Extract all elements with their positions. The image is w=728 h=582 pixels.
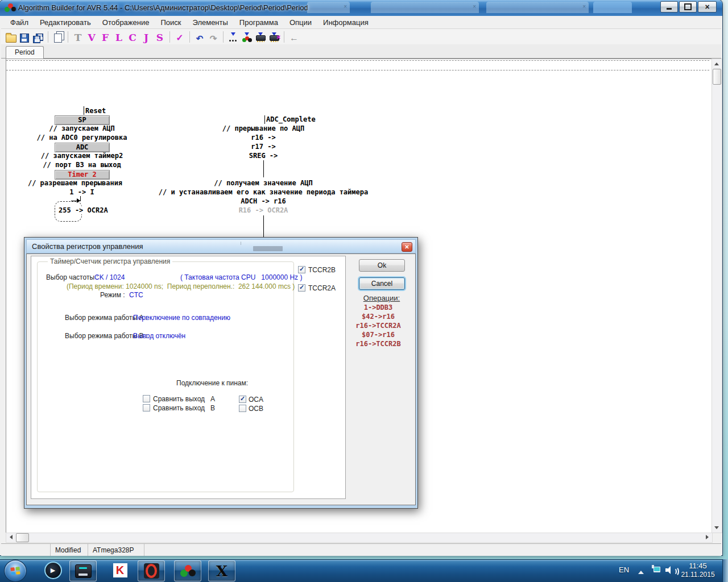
vertical-scrollbar[interactable] (712, 59, 722, 533)
comment[interactable]: // запускаем АЦП (49, 124, 115, 132)
mode-value[interactable]: CTC (129, 291, 143, 299)
clock-date[interactable]: 21.11.2015 (676, 571, 720, 579)
scroll-left-button[interactable] (6, 533, 15, 541)
taskbar-opera[interactable] (138, 560, 165, 581)
scroll-right-button[interactable] (704, 533, 712, 541)
operator-selected[interactable]: R16 -> OCR2A (239, 206, 288, 214)
toolbar-separator (68, 31, 68, 43)
compare-output-a-checkbox[interactable] (143, 395, 150, 402)
network-icon[interactable] (652, 566, 660, 573)
operator[interactable]: 255 -> OCR2A (57, 206, 109, 214)
toolbar-separator (169, 31, 170, 43)
undo-button[interactable]: ↶ (193, 29, 206, 44)
open-folder-icon (6, 35, 16, 43)
text-element-button[interactable]: T (72, 29, 84, 44)
horizontal-scrollbar[interactable] (6, 533, 713, 543)
menu-file[interactable]: Файл (5, 17, 34, 28)
taskbar-x-app[interactable]: X (208, 560, 235, 581)
comment[interactable]: // и устанавливаем его как значение пери… (159, 188, 368, 196)
modeA-value[interactable]: Переключение по совпадению (133, 314, 230, 322)
field-element-button[interactable]: F (99, 29, 111, 44)
taskbar-algorithm-builder[interactable] (174, 560, 201, 581)
save-all-icon (33, 34, 43, 43)
save-all-button[interactable] (32, 29, 44, 44)
register-properties-dialog: Свойства регистров управления ✕ Таймер/С… (24, 237, 418, 509)
label-element-button[interactable]: L (113, 29, 125, 44)
save-button[interactable] (18, 29, 31, 44)
comment[interactable]: // прерывание по АЦП (222, 124, 305, 132)
maximize-button[interactable] (679, 1, 697, 13)
redo-button[interactable]: ↷ (207, 29, 220, 44)
menu-program[interactable]: Программа (234, 17, 284, 28)
speaker-icon[interactable] (665, 566, 676, 574)
setter-element-button[interactable]: S (154, 29, 166, 44)
taskbar-file-manager[interactable] (69, 560, 97, 581)
clock-time[interactable]: 11:45 (680, 562, 715, 570)
condition-element-button[interactable]: C (126, 29, 139, 44)
vertex-element-button[interactable]: V (85, 29, 98, 44)
tab-period[interactable]: Period (6, 46, 44, 59)
macro-box-adc[interactable]: ADC (55, 143, 110, 152)
ghost-tab: × (486, 2, 589, 13)
close-button[interactable]: × (698, 1, 717, 13)
comment[interactable]: // получаем значение АЦП (214, 179, 312, 187)
x-app-icon: X (216, 564, 228, 579)
pins-title: Подключение к пинам: (176, 379, 248, 387)
start-button[interactable] (4, 560, 27, 582)
comment[interactable]: // запускаем таймер2 (41, 152, 123, 160)
vertical-scroll-thumb[interactable] (713, 69, 721, 85)
tray-expand-icon[interactable] (638, 568, 644, 574)
freq-value[interactable]: CK / 1024 (94, 273, 125, 281)
dialog-close-button[interactable]: ✕ (402, 242, 412, 252)
menu-search[interactable]: Поиск (155, 17, 187, 28)
horizontal-scroll-thumb[interactable] (16, 533, 29, 542)
connector-line (264, 115, 265, 124)
macro-box-sp[interactable]: SP (55, 115, 110, 125)
taskbar-kaspersky[interactable]: K (107, 560, 133, 580)
scroll-down-button[interactable] (712, 524, 721, 533)
taskbar-media-player[interactable]: ▶ (40, 560, 66, 580)
copy-button[interactable] (52, 29, 64, 44)
menu-elements[interactable]: Элементы (187, 17, 233, 28)
close-icon: ✕ (404, 244, 409, 250)
operator[interactable]: r16 -> (251, 134, 275, 142)
program-chip-button[interactable] (254, 29, 267, 44)
ghost-flow-line (241, 242, 241, 245)
interrupt-label[interactable]: ADC_Complete (266, 115, 316, 123)
jump-element-button[interactable]: J (140, 29, 152, 44)
comment[interactable]: // на ADC0 регулировка (37, 134, 127, 142)
oca-checkbox[interactable] (239, 396, 246, 403)
ocb-checkbox[interactable] (239, 405, 246, 412)
run-simulator-button[interactable] (241, 29, 253, 44)
entry-label[interactable]: Reset (85, 107, 106, 115)
scroll-up-button[interactable] (712, 59, 721, 68)
minimize-button[interactable] (660, 1, 678, 13)
dialog-body: Таймер/Счетчик регистра управления Выбор… (26, 253, 416, 505)
open-button[interactable] (5, 29, 17, 44)
show-desktop-button[interactable] (722, 559, 728, 582)
dialog-title-bar[interactable]: Свойства регистров управления ✕ (26, 239, 416, 253)
menu-options[interactable]: Опции (284, 17, 317, 28)
macro-box-timer2[interactable]: Timer 2 (55, 170, 110, 180)
tccr2a-checkbox[interactable] (298, 284, 305, 292)
operator[interactable]: r17 -> (251, 143, 275, 151)
ok-button[interactable]: Ok (359, 259, 405, 272)
menu-edit[interactable]: Редактировать (34, 17, 97, 28)
menu-info[interactable]: Информация (317, 17, 374, 28)
step-run-button[interactable] (227, 29, 239, 44)
compare-output-b-checkbox[interactable] (143, 404, 150, 411)
operator[interactable]: SREG -> (249, 152, 278, 160)
comment[interactable]: // порт B3 на выход (43, 161, 121, 169)
comment[interactable]: // разрешаем прерывания (28, 179, 122, 187)
operator[interactable]: 1 -> I (69, 188, 94, 196)
verify-button[interactable]: ✓ (173, 29, 186, 44)
language-indicator[interactable]: EN (619, 566, 629, 574)
title-bar[interactable]: Algorithm Builder for AVR 5.44 - C:\User… (0, 0, 722, 16)
back-button[interactable]: ← (288, 29, 300, 44)
menu-view[interactable]: Отображение (97, 17, 155, 28)
modeB-value[interactable]: Вывод отключён (133, 332, 185, 340)
erase-chip-button[interactable]: ✕ (268, 29, 280, 44)
cancel-button[interactable]: Cancel (359, 277, 405, 290)
tccr2b-checkbox[interactable] (298, 266, 305, 273)
operator[interactable]: ADCH -> r16 (241, 197, 286, 205)
